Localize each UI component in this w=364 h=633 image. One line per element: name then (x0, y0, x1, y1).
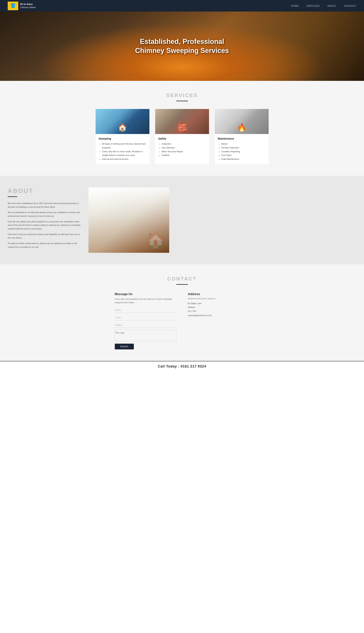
about-para-1: We have been established since 1997 and … (8, 201, 81, 209)
service-list-maintenance: Advice Periodic Inspection Condition Rep… (218, 142, 266, 161)
service-content-sweeping: Sweeping All types of venting and chimne… (96, 134, 150, 164)
hero-text: Established, Professional Chimney Sweepi… (135, 37, 229, 55)
contact-form-title: Message Us (115, 292, 176, 296)
call-bar-text: Call Today : 0161 217 9324 (158, 364, 206, 368)
contact-message-input[interactable] (115, 330, 176, 341)
list-item: Clean, tidy with no mess made. All debri… (102, 150, 146, 157)
nav-link-contact[interactable]: CONTACT (344, 5, 356, 7)
list-item: Gas Detection (162, 146, 206, 150)
about-title: ABOUT (8, 187, 81, 194)
hero-heading-line2: Chimney Sweeping Services (135, 47, 229, 55)
list-item: Grate Maintenance (221, 157, 266, 161)
service-list-safety: Inspection Gas Detection Minor Structure… (158, 142, 206, 157)
address-email: enquiry@rjandsons.co.uk (188, 314, 250, 316)
about-section: ABOUT We have been established since 199… (0, 176, 364, 264)
about-para-5: To make an initial contact with us, plea… (8, 242, 81, 249)
nav-item-home[interactable]: HOME (291, 4, 299, 8)
service-card-maintenance: Maintenance Advice Periodic Inspection C… (215, 109, 269, 164)
logo-box: 🪣 (8, 2, 18, 10)
services-title: SERVICES (8, 92, 356, 98)
logo-text: RJ & Sons Chimney Sweep (20, 3, 36, 9)
hero-section: Established, Professional Chimney Sweepi… (0, 12, 364, 81)
logo[interactable]: 🪣 RJ & Sons Chimney Sweep (8, 2, 36, 10)
nav-link-home[interactable]: HOME (291, 5, 299, 7)
contact-address-title: Address (188, 292, 250, 296)
service-card-safety: Safety Inspection Gas Detection Minor St… (155, 109, 209, 164)
service-image-maintenance (215, 109, 269, 134)
logo-name: RJ & Sons (20, 3, 33, 6)
service-title-sweeping: Sweeping (99, 137, 146, 140)
contact-form-column: Message Us If you have any questions you… (115, 292, 176, 349)
contact-subject-input[interactable] (115, 322, 176, 328)
services-section: SERVICES Sweeping All types of venting a… (0, 81, 364, 176)
logo-subtitle: Chimney Sweep (20, 6, 36, 9)
contact-section: CONTACT Message Us If you have any quest… (0, 264, 364, 361)
list-item: Internal and external access (102, 157, 146, 161)
nav-link-services[interactable]: SERVICES (306, 5, 320, 7)
list-item: All types of venting and chimneys cleane… (102, 142, 146, 150)
submit-button[interactable]: Submit (115, 344, 134, 349)
address-subtitle: Registered Business Address (188, 297, 250, 300)
about-content: ABOUT We have been established since 199… (8, 187, 81, 251)
hero-heading: Established, Professional Chimney Sweepi… (135, 37, 229, 55)
contact-form-desc: If you have any questions you can call u… (115, 297, 176, 304)
nav-item-about[interactable]: ABOUT (328, 4, 336, 8)
navbar: 🪣 RJ & Sons Chimney Sweep HOME SERVICES … (0, 0, 364, 12)
service-image-safety (155, 109, 209, 134)
contact-address-column: Address Registered Business Address 65 S… (188, 292, 250, 349)
services-grid: Sweeping All types of venting and chimne… (96, 109, 269, 164)
service-title-maintenance: Maintenance (218, 137, 266, 140)
call-bar: Call Today : 0161 217 9324 (0, 361, 364, 371)
contact-email-input[interactable] (115, 315, 176, 320)
logo-icon: 🪣 (10, 3, 16, 8)
service-content-maintenance: Maintenance Advice Periodic Inspection C… (215, 134, 269, 164)
service-content-safety: Safety Inspection Gas Detection Minor St… (155, 134, 209, 160)
nav-link-about[interactable]: ABOUT (328, 5, 336, 7)
nav-item-services[interactable]: SERVICES (306, 4, 320, 8)
about-para-4: Feel free to read our extensive reviews … (8, 233, 81, 240)
address-text: 65 Slater Lane Oldham OL1 3TE (188, 302, 250, 313)
address-line2: Oldham (188, 306, 250, 309)
about-para-2: We are dedicated to our field and always… (8, 210, 81, 218)
hero-heading-line1: Established, Professional (140, 38, 224, 46)
contact-grid: Message Us If you have any questions you… (115, 292, 250, 349)
contact-name-input[interactable] (115, 307, 176, 313)
service-card-sweeping: Sweeping All types of venting and chimne… (96, 109, 150, 164)
address-line1: 65 Slater Lane (188, 302, 250, 306)
about-image (88, 187, 169, 253)
contact-divider (176, 284, 188, 285)
nav-item-contact[interactable]: CONTACT (344, 4, 356, 8)
list-item: Advice (221, 142, 266, 146)
list-item: Condition Reporting (221, 150, 266, 154)
list-item: Inspection (162, 142, 206, 146)
list-item: Fuel Types (221, 153, 266, 157)
nav-links: HOME SERVICES ABOUT CONTACT (291, 4, 356, 8)
service-title-safety: Safety (158, 137, 206, 140)
about-para-3: Only the very latest and safest equipmen… (8, 220, 81, 231)
service-list-sweeping: All types of venting and chimneys cleane… (99, 142, 146, 161)
list-item: Scaffold (162, 153, 206, 157)
services-divider (176, 101, 188, 101)
list-item: Minor Structure Repair (162, 150, 206, 154)
address-line3: OL1 3TE (188, 309, 250, 313)
contact-title: CONTACT (8, 276, 356, 282)
list-item: Periodic Inspection (221, 146, 266, 150)
service-image-sweeping (96, 109, 150, 134)
about-divider (8, 196, 17, 197)
